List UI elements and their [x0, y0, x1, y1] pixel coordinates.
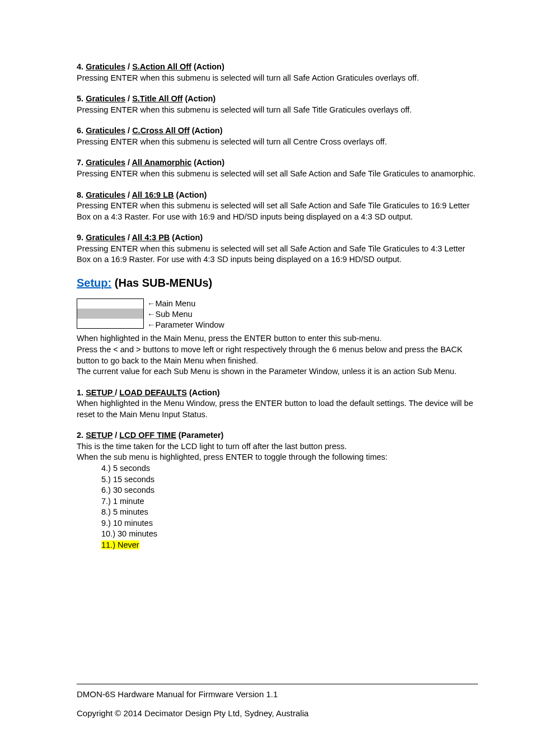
setup2-heading: 2. SETUP / LCD OFF TIME (Parameter)	[77, 430, 478, 441]
footer-line-1: DMON-6S Hardware Manual for Firmware Ver…	[77, 689, 478, 700]
page: 4. Graticules / S.Action All Off (Action…	[0, 0, 534, 756]
lcd-times-list: 4.) 5 seconds 5.) 15 seconds 6.) 30 seco…	[77, 463, 478, 551]
menu-row-param	[77, 319, 143, 328]
path2: All 16:9 LB	[132, 190, 174, 199]
path2: S.Action All Off	[132, 62, 191, 71]
setup-section-1: 1. SETUP / LOAD DEFAULTS (Action) When h…	[77, 388, 478, 421]
heading-5: 5. Graticules / S.Title All Off (Action)	[77, 94, 478, 105]
section-8: 8. Graticules / All 16:9 LB (Action) Pre…	[77, 190, 478, 223]
body-7: Pressing ENTER when this submenu is sele…	[77, 169, 478, 180]
intro-l3: The current value for each Sub Menu is s…	[77, 366, 478, 377]
heading-6: 6. Graticules / C.Cross All Off (Action)	[77, 125, 478, 137]
setup-heading: Setup: (Has SUB-MENUs)	[77, 276, 478, 291]
section-7: 7. Graticules / All Anamorphic (Action) …	[77, 157, 478, 179]
path1: Graticules	[86, 158, 125, 167]
intro-l1: When highlighted in the Main Menu, press…	[77, 333, 478, 344]
arrow-left-icon: ←	[147, 310, 156, 319]
main-menu-label: Main Menu	[156, 299, 196, 308]
arrow-left-icon: ←	[147, 320, 156, 329]
path1: SETUP	[86, 388, 115, 397]
body-4: Pressing ENTER when this submenu is sele…	[77, 73, 478, 84]
num: 2.	[77, 431, 86, 440]
list-item: 9.) 10 minutes	[101, 518, 478, 529]
num: 8.	[77, 190, 86, 199]
menu-diagram: ←Main Menu ←Sub Menu ←Parameter Window	[77, 298, 478, 330]
label-main: ←Main Menu	[147, 298, 224, 309]
setup2-body1: This is the time taken for the LCD light…	[77, 441, 478, 452]
list-item: 10.) 30 minutes	[101, 529, 478, 540]
label-param: ←Parameter Window	[147, 320, 224, 330]
section-9: 9. Graticules / All 4:3 PB (Action) Pres…	[77, 232, 478, 265]
path1: Graticules	[86, 126, 125, 135]
path1: Graticules	[86, 233, 125, 242]
list-item: 6.) 30 seconds	[101, 485, 478, 496]
suffix: (Action)	[191, 62, 224, 71]
sep: /	[113, 431, 119, 440]
sep: /	[125, 94, 132, 103]
path2: S.Title All Off	[132, 94, 182, 103]
path2: LCD OFF TIME	[119, 431, 176, 440]
section-6: 6. Graticules / C.Cross All Off (Action)…	[77, 125, 478, 147]
intro-l2: Press the < and > buttons to move left o…	[77, 344, 478, 366]
suffix: (Action)	[191, 158, 224, 167]
num: 4.	[77, 62, 86, 71]
sep: /	[125, 190, 132, 199]
suffix: (Action)	[187, 388, 220, 397]
setup-link[interactable]: Setup:	[77, 277, 111, 289]
num: 5.	[77, 94, 86, 103]
path2: C.Cross All Off	[132, 126, 190, 135]
setup-section-2: 2. SETUP / LCD OFF TIME (Parameter) This…	[77, 430, 478, 550]
path1: Graticules	[86, 190, 125, 199]
sep: /	[125, 62, 132, 71]
footer: DMON-6S Hardware Manual for Firmware Ver…	[77, 684, 478, 727]
heading-7: 7. Graticules / All Anamorphic (Action)	[77, 157, 478, 169]
footer-rule	[77, 684, 478, 684]
list-item: 7.) 1 minute	[101, 496, 478, 507]
parameter-window-label: Parameter Window	[156, 320, 224, 329]
body-9: Pressing ENTER when this submenu is sele…	[77, 244, 478, 265]
path1: SETUP	[86, 431, 113, 440]
path1: Graticules	[86, 94, 125, 103]
setup1-heading: 1. SETUP / LOAD DEFAULTS (Action)	[77, 388, 478, 399]
setup1-body: When highlighted in the Menu Window, pre…	[77, 398, 478, 420]
setup2-body2: When the sub menu is highlighted, press …	[77, 452, 478, 463]
body-6: Pressing ENTER when this submenu is sele…	[77, 137, 478, 148]
list-item: 8.) 5 minutes	[101, 507, 478, 518]
heading-4: 4. Graticules / S.Action All Off (Action…	[77, 62, 478, 73]
sep: /	[125, 158, 132, 167]
menu-row-sub	[77, 309, 143, 318]
sep: /	[125, 126, 132, 135]
section-5: 5. Graticules / S.Title All Off (Action)…	[77, 94, 478, 115]
section-4: 4. Graticules / S.Action All Off (Action…	[77, 62, 478, 83]
path2: All Anamorphic	[132, 158, 192, 167]
num: 6.	[77, 126, 86, 135]
highlighted-item: 11.) Never	[101, 540, 139, 549]
list-item: 4.) 5 seconds	[101, 463, 478, 474]
num: 1.	[77, 388, 86, 397]
path2: All 4:3 PB	[132, 233, 170, 242]
list-item: 5.) 15 seconds	[101, 474, 478, 486]
num: 7.	[77, 158, 86, 167]
suffix: (Action)	[182, 94, 216, 103]
sep: /	[125, 233, 132, 242]
heading-8: 8. Graticules / All 16:9 LB (Action)	[77, 190, 478, 201]
footer-line-2: Copyright © 2014 Decimator Design Pty Lt…	[77, 708, 478, 719]
setup-rest: (Has SUB-MENUs)	[111, 277, 212, 289]
body-8: Pressing ENTER when this submenu is sele…	[77, 200, 478, 222]
suffix: (Parameter)	[176, 431, 224, 440]
num: 9.	[77, 233, 86, 242]
sub-menu-label: Sub Menu	[156, 310, 193, 319]
menu-row-main	[77, 299, 143, 309]
path1: Graticules	[86, 62, 125, 71]
label-sub: ←Sub Menu	[147, 309, 224, 320]
arrow-left-icon: ←	[147, 299, 156, 308]
menu-box	[77, 298, 144, 329]
menu-labels: ←Main Menu ←Sub Menu ←Parameter Window	[147, 298, 224, 330]
path2: LOAD DEFAULTS	[119, 388, 187, 397]
suffix: (Action)	[170, 233, 203, 242]
list-item: 11.) Never	[101, 540, 478, 551]
heading-9: 9. Graticules / All 4:3 PB (Action)	[77, 232, 478, 244]
suffix: (Action)	[174, 190, 207, 199]
body-5: Pressing ENTER when this submenu is sele…	[77, 105, 478, 116]
setup-intro: When highlighted in the Main Menu, press…	[77, 333, 478, 377]
